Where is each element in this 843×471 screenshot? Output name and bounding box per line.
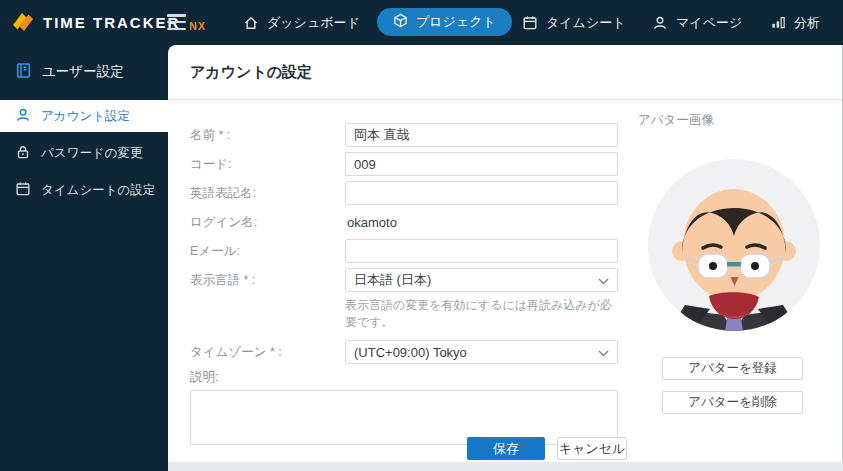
description-label: 説明: — [190, 369, 618, 386]
login-name-value: okamoto — [345, 215, 397, 230]
avatar-section-title: アバター画像 — [638, 112, 714, 129]
calendar-icon — [522, 15, 538, 31]
language-select[interactable]: 日本語 (日本) — [345, 268, 618, 292]
brand-name: TIME TRACKER — [43, 14, 180, 31]
form-row-name: 名前 * : — [190, 123, 618, 147]
nav-item-mypage[interactable]: マイページ — [652, 0, 742, 45]
book-icon — [15, 62, 32, 82]
bar-chart-icon — [771, 15, 786, 30]
timezone-label: タイムゾーン * : — [190, 344, 345, 361]
cube-icon — [393, 13, 408, 31]
nav-label: ダッシュボード — [267, 14, 360, 32]
hamburger-icon[interactable] — [167, 14, 186, 30]
sidebar-item-label: アカウント設定 — [41, 108, 130, 125]
sidebar-section-user-settings: ユーザー設定 — [0, 59, 168, 85]
english-name-label: 英語表記名: — [190, 185, 345, 202]
code-label: コード: — [190, 156, 345, 173]
code-input[interactable] — [345, 152, 618, 176]
cancel-button[interactable]: キャンセル — [557, 437, 627, 460]
language-label: 表示言語 * : — [190, 272, 345, 289]
nav-label: プロジェクト — [416, 13, 496, 31]
nav-item-dashboard[interactable]: ダッシュボード — [243, 0, 360, 45]
account-form: 名前 * : コード: 英語表記名: ログイン名: okamoto Eメール: … — [190, 123, 618, 449]
language-hint: 表示言語の変更を有効にするには再読み込みが必要です。 — [345, 297, 618, 331]
name-input[interactable] — [345, 123, 618, 147]
sidebar-item-account-settings[interactable]: アカウント設定 — [0, 100, 168, 132]
panel-body: 名前 * : コード: 英語表記名: ログイン名: okamoto Eメール: … — [168, 100, 842, 461]
timezone-selected-value: (UTC+09:00) Tokyo — [354, 345, 467, 360]
timezone-select[interactable]: (UTC+09:00) Tokyo — [345, 340, 618, 364]
name-label: 名前 * : — [190, 127, 345, 144]
email-label: Eメール: — [190, 243, 345, 260]
nav-item-project-active[interactable]: プロジェクト — [377, 8, 512, 36]
panel-header: アカウントの設定 — [168, 45, 842, 100]
form-row-login-name: ログイン名: okamoto — [190, 210, 618, 234]
form-row-email: Eメール: — [190, 239, 618, 263]
settings-sidebar: ユーザー設定 アカウント設定 パスワードの変更 タイムシートの設定 — [0, 45, 168, 471]
save-button[interactable]: 保存 — [467, 437, 545, 460]
user-icon — [652, 15, 668, 31]
nav-item-analysis[interactable]: 分析 — [771, 0, 820, 45]
chevron-down-icon — [598, 273, 609, 288]
logo-zigzag-icon — [10, 8, 36, 38]
lock-icon — [15, 144, 31, 163]
nav-item-timesheet[interactable]: タイムシート — [522, 0, 626, 45]
sidebar-item-change-password[interactable]: パスワードの変更 — [0, 137, 168, 169]
nav-label: タイムシート — [546, 14, 626, 32]
language-selected-value: 日本語 (日本) — [354, 271, 431, 289]
form-actions: 保存 キャンセル — [467, 437, 627, 460]
nav-label: マイページ — [676, 14, 742, 32]
account-settings-panel: アカウントの設定 名前 * : コード: 英語表記名: ログイン名: okamo… — [168, 45, 843, 462]
nav-label: 分析 — [794, 14, 820, 32]
calendar-icon — [15, 181, 31, 200]
avatar-image — [648, 159, 820, 331]
user-icon — [15, 107, 31, 126]
form-row-english-name: 英語表記名: — [190, 181, 618, 205]
sidebar-item-timesheet-settings[interactable]: タイムシートの設定 — [0, 174, 168, 206]
form-row-language: 表示言語 * : 日本語 (日本) — [190, 268, 618, 292]
avatar-register-button[interactable]: アバターを登録 — [662, 357, 803, 380]
sidebar-item-label: パスワードの変更 — [41, 145, 142, 162]
avatar-delete-button[interactable]: アバターを削除 — [662, 391, 803, 414]
brand-suffix: NX — [189, 20, 206, 32]
english-name-input[interactable] — [345, 181, 618, 205]
sidebar-section-label: ユーザー設定 — [42, 63, 124, 81]
login-name-label: ログイン名: — [190, 214, 345, 231]
page-title: アカウントの設定 — [190, 63, 312, 82]
email-input[interactable] — [345, 239, 618, 263]
form-row-code: コード: — [190, 152, 618, 176]
form-row-timezone: タイムゾーン * : (UTC+09:00) Tokyo — [190, 340, 618, 364]
sidebar-item-label: タイムシートの設定 — [41, 182, 155, 199]
top-navigation-bar: TIME TRACKER NX ダッシュボード プロジェクト タイム — [0, 0, 843, 45]
home-icon — [243, 15, 259, 31]
chevron-down-icon — [598, 345, 609, 360]
